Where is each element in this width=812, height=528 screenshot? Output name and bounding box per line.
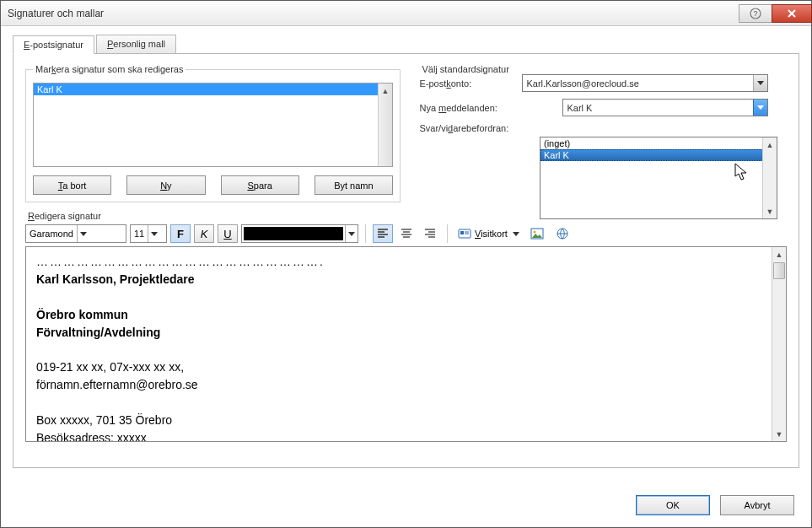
help-button[interactable]: ? bbox=[739, 4, 772, 23]
default-signature-group: Välj standardsignatur E-postkonto: Karl.… bbox=[412, 64, 775, 147]
chevron-down-icon bbox=[77, 225, 89, 242]
align-left-button[interactable] bbox=[373, 224, 393, 243]
edit-signature-legend: Redigera signatur bbox=[25, 211, 104, 221]
scroll-up-icon: ▲ bbox=[772, 247, 786, 261]
dropdown-item-karl[interactable]: Karl K bbox=[540, 149, 777, 161]
scrollbar[interactable]: ▲ bbox=[378, 84, 392, 166]
font-combo[interactable]: Garamond bbox=[25, 224, 126, 243]
account-combo[interactable]: Karl.Karlsson@orecloud.se bbox=[522, 74, 768, 92]
chevron-down-icon bbox=[345, 225, 358, 242]
card-icon bbox=[458, 227, 471, 240]
close-button[interactable] bbox=[772, 4, 812, 23]
save-button[interactable]: Spara bbox=[221, 175, 299, 195]
underline-button[interactable]: U bbox=[218, 224, 238, 243]
align-right-button[interactable] bbox=[420, 224, 440, 243]
dialog-footer: OK Avbryt bbox=[636, 495, 794, 515]
chevron-down-icon bbox=[753, 100, 767, 116]
editor-line: Box xxxxx, 701 35 Örebro bbox=[36, 412, 776, 428]
fontsize-combo[interactable]: 11 bbox=[130, 224, 167, 243]
align-right-icon bbox=[423, 227, 437, 240]
bold-button[interactable]: F bbox=[170, 224, 191, 243]
mouse-cursor-icon bbox=[734, 163, 750, 181]
editor-line: Besöksadress: xxxxx bbox=[36, 430, 776, 442]
color-swatch bbox=[244, 227, 343, 240]
dropdown-item-none[interactable]: (inget) bbox=[540, 137, 777, 149]
italic-button[interactable]: K bbox=[194, 224, 214, 243]
default-signature-legend: Välj standardsignatur bbox=[419, 64, 511, 74]
svg-rect-3 bbox=[460, 231, 464, 234]
svg-text:?: ? bbox=[753, 9, 757, 18]
select-signature-legend: Markera signatur som ska redigeras bbox=[33, 64, 186, 74]
scroll-up-icon: ▲ bbox=[379, 84, 392, 98]
editor-line: ………………………………………………………. bbox=[36, 254, 776, 270]
chevron-down-icon bbox=[148, 225, 160, 242]
scroll-down-icon: ▼ bbox=[772, 427, 786, 441]
account-label: E-postkonto: bbox=[419, 78, 522, 89]
new-button[interactable]: Ny bbox=[126, 175, 205, 195]
dialog-window: Signaturer och mallar ? E-postsignatur P… bbox=[0, 0, 812, 528]
scrollbar[interactable]: ▲ ▼ bbox=[772, 247, 786, 441]
chevron-down-icon bbox=[753, 75, 767, 91]
scrollbar[interactable]: ▲ ▼ bbox=[762, 137, 777, 218]
help-icon: ? bbox=[749, 7, 762, 20]
business-card-button[interactable]: Visitkort bbox=[454, 224, 523, 243]
new-messages-value: Karl K bbox=[563, 103, 753, 113]
editor-line: Örebro kommun bbox=[36, 308, 128, 321]
reply-forward-label: Svar/vidarebefordran: bbox=[419, 123, 562, 133]
scroll-down-icon: ▼ bbox=[763, 204, 777, 218]
tab-personal-template[interactable]: Personlig mall bbox=[96, 35, 176, 53]
signature-editor[interactable]: ………………………………………………………. Karl Karlsson, Pr… bbox=[25, 246, 787, 442]
signature-listbox[interactable]: Karl K ▲ bbox=[33, 83, 393, 167]
chevron-down-icon bbox=[513, 232, 519, 236]
editor-toolbar: Garamond 11 F K U Visitkort bbox=[25, 224, 787, 243]
new-messages-label: Nya meddelanden: bbox=[419, 103, 562, 113]
align-center-icon bbox=[400, 227, 413, 240]
account-value: Karl.Karlsson@orecloud.se bbox=[523, 78, 753, 89]
tab-email-signature[interactable]: E-postsignatur bbox=[13, 35, 94, 54]
scroll-thumb[interactable] bbox=[773, 262, 785, 279]
editor-line: Förvaltning/Avdelning bbox=[36, 326, 160, 339]
globe-link-icon bbox=[556, 227, 569, 240]
close-icon bbox=[787, 8, 797, 19]
align-center-button[interactable] bbox=[396, 224, 417, 243]
align-left-icon bbox=[376, 227, 390, 240]
rename-button[interactable]: Byt namn bbox=[315, 175, 393, 195]
svg-point-5 bbox=[533, 231, 535, 234]
ok-button[interactable]: OK bbox=[636, 495, 710, 515]
new-messages-combo[interactable]: Karl K bbox=[562, 99, 768, 116]
editor-line: Karl Karlsson, Projektledare bbox=[36, 272, 195, 286]
titlebar: Signaturer och mallar ? bbox=[1, 1, 811, 26]
list-item[interactable]: Karl K bbox=[34, 84, 392, 95]
insert-hyperlink-button[interactable] bbox=[551, 224, 573, 243]
editor-line: 019-21 xx xx, 07x-xxx xx xx, bbox=[36, 359, 776, 375]
window-title: Signaturer och mallar bbox=[1, 8, 739, 19]
delete-button[interactable]: Ta bort bbox=[33, 175, 111, 195]
insert-picture-button[interactable] bbox=[526, 224, 548, 243]
tabstrip: E-postsignatur Personlig mall bbox=[13, 35, 799, 53]
editor-line: förnamn.efternamn@orebro.se bbox=[36, 377, 776, 393]
cancel-button[interactable]: Avbryt bbox=[720, 495, 794, 515]
scroll-up-icon: ▲ bbox=[763, 137, 777, 152]
font-color-picker[interactable] bbox=[241, 224, 358, 243]
tab-panel: Markera signatur som ska redigeras Karl … bbox=[13, 53, 799, 468]
select-signature-group: Markera signatur som ska redigeras Karl … bbox=[25, 64, 401, 202]
picture-icon bbox=[530, 227, 544, 240]
edit-signature-group: Redigera signatur Garamond 11 F K U Vis bbox=[25, 211, 787, 442]
